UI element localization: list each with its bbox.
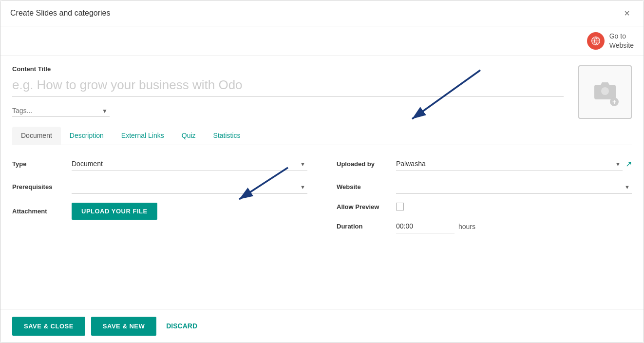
left-column: Type Document Presentation Video Web Pag… bbox=[12, 157, 307, 233]
type-label: Type bbox=[12, 160, 66, 168]
duration-unit: hours bbox=[458, 223, 475, 230]
allow-preview-row: Allow Preview bbox=[337, 203, 632, 210]
modal-footer: SAVE & CLOSE SAVE & NEW DISCARD bbox=[0, 309, 644, 343]
go-to-website-text: Go toWebsite bbox=[609, 32, 634, 49]
duration-input[interactable] bbox=[396, 219, 455, 233]
website-select-wrapper: ▼ bbox=[396, 180, 632, 194]
tab-external-links[interactable]: External Links bbox=[113, 127, 173, 145]
discard-button[interactable]: DISCARD bbox=[162, 316, 201, 336]
duration-input-group: hours bbox=[396, 219, 475, 233]
svg-point-1 bbox=[601, 87, 609, 95]
attachment-row: Attachment UPLOAD YOUR FILE bbox=[12, 203, 307, 220]
prerequisites-label: Prerequisites bbox=[12, 183, 66, 191]
duration-row: Duration hours bbox=[337, 219, 632, 233]
allow-preview-label: Allow Preview bbox=[337, 203, 390, 210]
globe-icon bbox=[587, 32, 605, 50]
content-title-section: Content Title bbox=[12, 65, 564, 105]
tab-document[interactable]: Document bbox=[12, 127, 61, 145]
modal-dialog: Create Slides and categories × Go toWebs… bbox=[0, 0, 644, 343]
save-close-button[interactable]: SAVE & CLOSE bbox=[12, 317, 85, 336]
uploaded-by-row: Uploaded by Palwasha ▼ ↗ bbox=[337, 157, 632, 171]
top-bar: Go toWebsite bbox=[0, 26, 644, 56]
prerequisites-select-wrapper: ▼ bbox=[72, 180, 307, 194]
type-row: Type Document Presentation Video Web Pag… bbox=[12, 157, 307, 171]
allow-preview-checkbox[interactable] bbox=[396, 203, 404, 210]
uploaded-by-select[interactable]: Palwasha bbox=[396, 157, 623, 171]
uploaded-by-select-container: Palwasha ▼ bbox=[396, 157, 623, 171]
uploaded-by-select-wrapper: Palwasha ▼ ↗ bbox=[396, 157, 632, 171]
right-column: Uploaded by Palwasha ▼ ↗ Website bbox=[337, 157, 632, 233]
uploaded-by-label: Uploaded by bbox=[337, 160, 390, 168]
tab-description[interactable]: Description bbox=[61, 127, 113, 145]
prerequisites-select[interactable] bbox=[72, 180, 307, 194]
tab-statistics[interactable]: Statistics bbox=[205, 127, 249, 145]
thumbnail-upload[interactable]: + bbox=[578, 65, 632, 119]
go-to-website-link[interactable]: Go toWebsite bbox=[587, 32, 634, 49]
close-button[interactable]: × bbox=[620, 6, 634, 20]
type-select[interactable]: Document Presentation Video Web Page Inf… bbox=[72, 157, 307, 171]
tags-dropdown[interactable]: ▼ bbox=[12, 105, 110, 117]
tags-input[interactable] bbox=[12, 105, 110, 117]
website-row: Website ▼ bbox=[337, 180, 632, 194]
website-select[interactable] bbox=[396, 180, 632, 194]
modal-header: Create Slides and categories × bbox=[0, 0, 644, 26]
external-link-icon[interactable]: ↗ bbox=[625, 159, 632, 169]
content-title-input[interactable] bbox=[12, 76, 564, 97]
camera-icon: + bbox=[593, 80, 617, 104]
form-content: Type Document Presentation Video Web Pag… bbox=[12, 157, 632, 233]
website-label: Website bbox=[337, 183, 390, 191]
content-title-label: Content Title bbox=[12, 65, 564, 73]
modal-body: + Content Title ▼ Document Description E… bbox=[0, 56, 644, 309]
type-select-wrapper: Document Presentation Video Web Page Inf… bbox=[72, 157, 307, 171]
duration-label: Duration bbox=[337, 223, 390, 230]
upload-file-button[interactable]: UPLOAD YOUR FILE bbox=[72, 203, 157, 220]
attachment-label: Attachment bbox=[12, 208, 66, 215]
prerequisites-row: Prerequisites ▼ bbox=[12, 180, 307, 194]
save-new-button[interactable]: SAVE & NEW bbox=[91, 317, 156, 336]
tab-quiz[interactable]: Quiz bbox=[173, 127, 205, 145]
add-thumbnail-icon: + bbox=[610, 97, 619, 106]
modal-title: Create Slides and categories bbox=[10, 9, 110, 18]
tags-row: ▼ bbox=[12, 105, 632, 117]
tabs-row: Document Description External Links Quiz… bbox=[12, 127, 632, 145]
